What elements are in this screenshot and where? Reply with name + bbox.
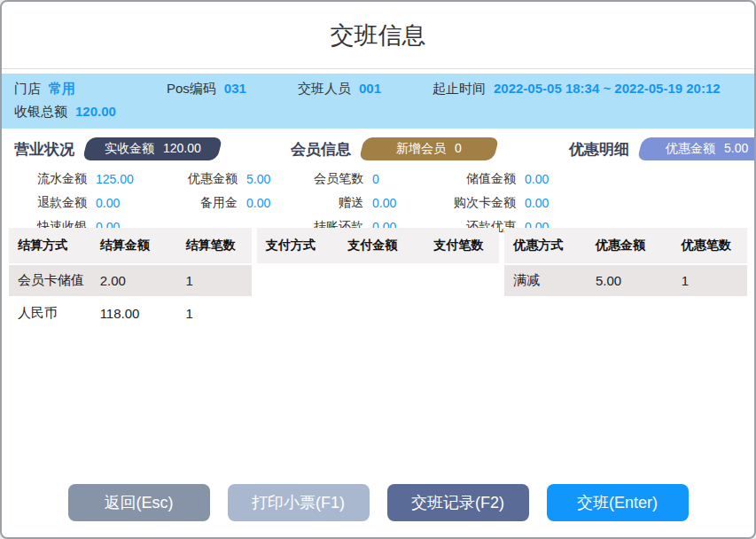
section-business-status: 营业状况 实收金额120.00 流水金额125.00 优惠金额5.00 退款金额… — [14, 137, 291, 228]
cash-total-label: 收银总额 — [14, 104, 67, 119]
stat-value: 5.00 — [238, 172, 291, 186]
cashier-value: 001 — [359, 81, 381, 96]
pos-code-value: 031 — [224, 81, 246, 96]
page-title: 交班信息 — [331, 20, 426, 51]
business-status-title: 营业状况 — [14, 139, 74, 160]
dialog-titlebar: 交班信息 — [2, 2, 754, 69]
pos-code-field: Pos编码031 — [167, 81, 298, 98]
column-header: 支付方式 — [257, 238, 339, 254]
payment-table-header: 支付方式 支付金额 支付笔数 — [257, 228, 500, 263]
column-header: 优惠笔数 — [673, 238, 747, 254]
payment-table: 支付方式 支付金额 支付笔数 — [257, 228, 500, 329]
discount-table: 优惠方式 优惠金额 优惠笔数 满减 5.00 1 — [504, 228, 747, 329]
badge-label: 新增会员 — [396, 141, 446, 155]
column-header: 支付金额 — [339, 238, 425, 254]
discount-method-cell: 满减 — [504, 272, 587, 289]
badge-value: 120.00 — [163, 141, 201, 155]
settlement-count-cell: 1 — [176, 273, 251, 288]
stat-label: 备用金 — [158, 195, 238, 211]
time-range-field: 起止时间2022-05-05 18:34 ~ 2022-05-19 20:12 — [433, 81, 721, 98]
discount-amount-cell: 5.00 — [587, 273, 673, 288]
stat-label: 退款金额 — [14, 195, 87, 211]
time-range-label: 起止时间 — [433, 81, 486, 96]
store-value: 常用 — [49, 81, 75, 96]
column-header: 结算金额 — [91, 238, 177, 254]
stat-value: 0 — [363, 172, 431, 186]
shift-record-button[interactable]: 交班记录(F2) — [387, 484, 529, 521]
shift-handover-button[interactable]: 交班(Enter) — [547, 484, 689, 521]
settlement-method-cell: 人民币 — [9, 305, 91, 322]
summary-row: 营业状况 实收金额120.00 流水金额125.00 优惠金额5.00 退款金额… — [2, 129, 754, 228]
stat-label: 优惠金额 — [158, 171, 238, 187]
cashier-field: 交班人员001 — [298, 81, 433, 98]
member-info-title: 会员信息 — [291, 139, 351, 160]
section-member-info: 会员信息 新增会员0 会员笔数0 储值金额0.00 赠送0.00 购次卡金额0.… — [291, 137, 569, 228]
settlement-count-cell: 1 — [176, 306, 251, 321]
badge-value: 5.00 — [724, 141, 748, 155]
badge-value: 0 — [455, 141, 462, 155]
back-button[interactable]: 返回(Esc) — [68, 484, 210, 521]
time-range-value: 2022-05-05 18:34 ~ 2022-05-19 20:12 — [494, 81, 721, 96]
stat-value: 0.00 — [516, 172, 569, 186]
info-bar: 门店常用 Pos编码031 交班人员001 起止时间2022-05-05 18:… — [2, 74, 754, 129]
footer-button-bar: 返回(Esc) 打印小票(F1) 交班记录(F2) 交班(Enter) — [2, 484, 754, 521]
tables-row: 结算方式 结算金额 结算笔数 会员卡储值 2.00 1 人民币 118.00 1… — [2, 228, 754, 329]
discount-detail-title: 优惠明细 — [569, 139, 629, 160]
table-row: 满减 5.00 1 — [504, 265, 747, 296]
shift-dialog: 交班信息 门店常用 Pos编码031 交班人员001 起止时间2022-05-0… — [0, 0, 756, 539]
stat-value: 0.00 — [87, 196, 158, 210]
stat-value: 125.00 — [87, 172, 158, 186]
discount-count-cell: 1 — [673, 273, 747, 288]
column-header: 结算笔数 — [176, 238, 251, 254]
stat-label: 赠送 — [291, 195, 363, 211]
business-stats: 流水金额125.00 优惠金额5.00 退款金额0.00 备用金0.00 快速收… — [14, 171, 291, 235]
table-row: 会员卡储值 2.00 1 — [9, 265, 252, 296]
settlement-method-cell: 会员卡储值 — [9, 272, 91, 289]
member-stats: 会员笔数0 储值金额0.00 赠送0.00 购次卡金额0.00 挂账还款0.00… — [291, 171, 569, 235]
stat-label: 会员笔数 — [291, 171, 363, 187]
stat-label: 储值金额 — [431, 171, 516, 187]
pos-code-label: Pos编码 — [167, 81, 216, 96]
received-amount-badge: 实收金额120.00 — [82, 137, 222, 160]
stat-label: 流水金额 — [14, 171, 87, 187]
table-row: 人民币 118.00 1 — [9, 298, 252, 329]
settlement-amount-cell: 2.00 — [91, 273, 177, 288]
column-header: 支付笔数 — [425, 238, 499, 254]
stat-value: 0.00 — [238, 196, 291, 210]
column-header: 优惠方式 — [504, 238, 587, 254]
badge-label: 优惠金额 — [666, 141, 715, 155]
stat-value: 0.00 — [363, 196, 431, 210]
settlement-table: 结算方式 结算金额 结算笔数 会员卡储值 2.00 1 人民币 118.00 1 — [9, 228, 252, 329]
cashier-label: 交班人员 — [298, 81, 351, 96]
settlement-table-header: 结算方式 结算金额 结算笔数 — [9, 228, 252, 263]
stat-value: 0.00 — [516, 196, 569, 210]
column-header: 结算方式 — [9, 238, 91, 254]
settlement-amount-cell: 118.00 — [91, 306, 177, 321]
section-discount-detail: 优惠明细 优惠金额5.00 — [569, 137, 756, 228]
new-members-badge: 新增会员0 — [359, 137, 499, 160]
column-header: 优惠金额 — [587, 238, 673, 254]
store-label: 门店 — [14, 81, 41, 96]
discount-table-header: 优惠方式 优惠金额 优惠笔数 — [504, 228, 747, 263]
store-field: 门店常用 — [14, 81, 167, 98]
badge-label: 实收金额 — [105, 141, 154, 155]
discount-amount-badge: 优惠金额5.00 — [637, 137, 756, 160]
print-receipt-button[interactable]: 打印小票(F1) — [228, 484, 370, 521]
cash-total-field: 收银总额120.00 — [14, 104, 116, 119]
cash-total-value: 120.00 — [75, 104, 116, 119]
stat-label: 购次卡金额 — [431, 195, 516, 211]
